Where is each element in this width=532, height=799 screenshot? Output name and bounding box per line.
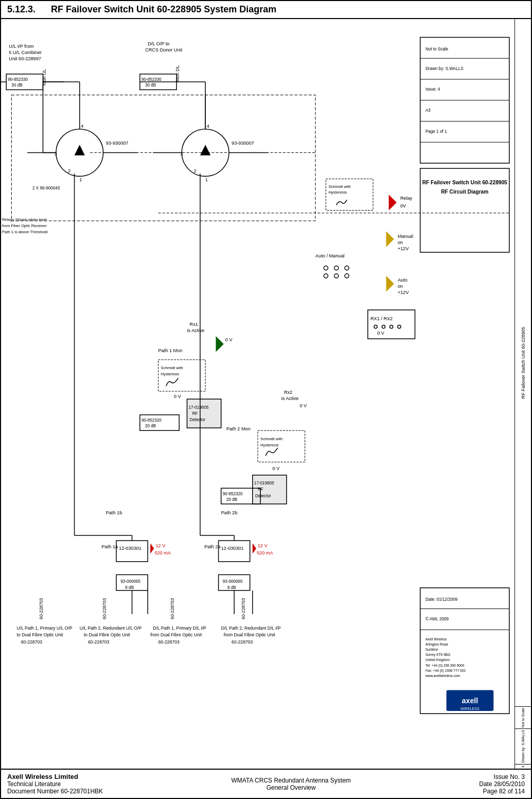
svg-text:Path 1b: Path 1b — [106, 510, 122, 515]
svg-text:0 V: 0 V — [225, 337, 233, 342]
svg-text:Auto: Auto — [398, 277, 407, 283]
svg-text:8 dB: 8 dB — [227, 585, 236, 590]
svg-text:12-030301: 12-030301 — [119, 546, 141, 551]
svg-text:12 V: 12 V — [258, 543, 268, 548]
svg-text:A3: A3 — [425, 108, 431, 113]
sidebar-info: Not to Scale Drawn by: S.WALLS Issue: 4 … — [515, 707, 531, 769]
svg-text:Fax: +44 (0) 1598 777 002: Fax: +44 (0) 1598 777 002 — [425, 669, 466, 673]
sidebar-drawn-by: Drawn by: S.WALLS — [515, 729, 531, 765]
svg-text:1: 1 — [205, 177, 208, 182]
svg-text:D/L Path 1, Primary D/L I/P: D/L Path 1, Primary D/L I/P — [153, 626, 206, 631]
svg-text:Rx2: Rx2 — [284, 390, 292, 395]
sidebar-title-text: RF Failover Switch Unit 60-228905 — [521, 327, 526, 399]
right-sidebar: RF Failover Switch Unit 60-228905 Not to… — [515, 19, 531, 769]
circuit-diagram: U/L I/P from 5 U/L Combiner Unit 60-2289… — [1, 19, 515, 769]
svg-text:60-228703: 60-228703 — [102, 598, 107, 619]
svg-text:Path 1 Mon: Path 1 Mon — [158, 348, 183, 353]
svg-text:60-228703: 60-228703 — [170, 598, 175, 619]
svg-text:United Kingdom: United Kingdom — [425, 658, 450, 662]
svg-text:Hysteresis: Hysteresis — [260, 443, 279, 447]
page-header: 5.12.3. RF Failover Switch Unit 60-22890… — [1, 1, 531, 19]
svg-text:90-852320: 90-852320 — [141, 418, 162, 423]
svg-text:from Fiber Optic Receiver: from Fiber Optic Receiver — [2, 223, 47, 228]
svg-text:© AWL 2009: © AWL 2009 — [425, 617, 449, 621]
svg-text:2: 2 — [194, 168, 197, 173]
svg-text:Auto / Manual: Auto / Manual — [315, 253, 345, 258]
svg-text:Mon UL: Mon UL — [42, 69, 47, 85]
svg-text:Not to Scale: Not to Scale — [425, 47, 449, 51]
svg-text:Relay: Relay — [400, 196, 413, 201]
svg-text:WIRELESS: WIRELESS — [460, 707, 480, 711]
svg-text:U/L Path 1, Primary U/L O/P: U/L Path 1, Primary U/L O/P — [17, 626, 73, 631]
svg-text:from Dual Fibre Optic Unit: from Dual Fibre Optic Unit — [150, 633, 202, 638]
svg-text:0V: 0V — [400, 203, 406, 209]
svg-text:from Dual Fibre Optic Unit: from Dual Fibre Optic Unit — [224, 633, 275, 638]
svg-text:17-019805: 17-019805 — [189, 405, 209, 410]
svg-text:2 X 96-900045: 2 X 96-900045 — [32, 186, 60, 190]
svg-text:17-019805: 17-019805 — [254, 481, 274, 485]
svg-text:Path 2 Mon: Path 2 Mon — [226, 426, 251, 431]
svg-text:www.axellwireless.com: www.axellwireless.com — [425, 674, 460, 678]
svg-text:Detector: Detector — [190, 418, 206, 422]
svg-text:Hysteresis: Hysteresis — [161, 372, 180, 376]
svg-text:CRCS Donor Unit: CRCS Donor Unit — [145, 47, 183, 53]
svg-text:Axell Wireless: Axell Wireless — [425, 637, 447, 641]
svg-text:Manual: Manual — [398, 234, 413, 239]
svg-text:Surbiton: Surbiton — [425, 648, 438, 651]
svg-text:Unit 60-228997: Unit 60-228997 — [9, 56, 41, 61]
svg-text:Drawn by: S.WALLS: Drawn by: S.WALLS — [425, 66, 464, 71]
svg-text:Issue: 4: Issue: 4 — [425, 87, 440, 92]
footer-center: WMATA CRCS Redundant Antenna System Gene… — [232, 777, 351, 791]
svg-text:5 U/L Combiner: 5 U/L Combiner — [9, 50, 42, 55]
svg-text:Surrey KT6 6BG: Surrey KT6 6BG — [425, 653, 451, 657]
svg-text:20 dB: 20 dB — [226, 497, 237, 502]
svg-text:0 V: 0 V — [299, 403, 307, 408]
svg-text:60-228703: 60-228703 — [88, 639, 110, 645]
sidebar-title-area: RF Failover Switch Unit 60-228905 — [515, 19, 531, 707]
svg-text:30 dB: 30 dB — [145, 83, 156, 88]
footer-right: Issue No. 3 Date 28/05/2010 Page 82 of 1… — [479, 773, 525, 795]
svg-text:Schmidt with: Schmidt with — [161, 366, 183, 370]
section-number: 5.12.3. — [7, 4, 36, 14]
svg-text:1: 1 — [79, 177, 82, 182]
svg-text:is Active: is Active — [281, 396, 299, 401]
svg-text:D/L Path 2, Redundant D/L I/P: D/L Path 2, Redundant D/L I/P — [221, 626, 281, 631]
svg-text:Schmidt with: Schmidt with — [260, 437, 282, 441]
svg-text:Schmidt with: Schmidt with — [328, 184, 350, 189]
svg-text:RF: RF — [192, 411, 198, 416]
svg-text:+12V: +12V — [398, 246, 410, 251]
svg-text:is Active: is Active — [187, 328, 205, 333]
svg-text:12-030301: 12-030301 — [221, 546, 244, 551]
svg-text:Arlington Road: Arlington Road — [425, 642, 448, 647]
svg-text:Path 1 is above Threshold: Path 1 is above Threshold — [2, 230, 47, 234]
issue-number: Issue No. 3 — [479, 773, 525, 780]
section-title: RF Failover Switch Unit 60-228905 System… — [51, 4, 276, 14]
svg-text:90-852330: 90-852330 — [141, 77, 162, 82]
svg-text:Relays Shown when level: Relays Shown when level — [2, 217, 47, 222]
project-name: WMATA CRCS Redundant Antenna System — [232, 777, 351, 784]
svg-text:520 mA: 520 mA — [257, 550, 273, 555]
svg-text:Date: 01/12/2009: Date: 01/12/2009 — [425, 597, 458, 602]
svg-text:to Dual Fibre Optic Unit: to Dual Fibre Optic Unit — [84, 633, 130, 638]
svg-text:60-228703: 60-228703 — [21, 639, 43, 645]
svg-text:Hysteresis: Hysteresis — [328, 190, 347, 195]
page-number: Page 82 of 114 — [479, 788, 525, 795]
page-footer: Axell Wireless Limited Technical Literat… — [1, 769, 531, 798]
svg-text:93-000065: 93-000065 — [223, 579, 243, 584]
svg-text:on: on — [398, 240, 403, 245]
svg-text:20 dB: 20 dB — [145, 424, 156, 428]
svg-text:4: 4 — [81, 124, 83, 129]
literature-type: Technical Literature — [7, 780, 103, 788]
svg-text:60-228703: 60-228703 — [232, 639, 253, 645]
issue-date: Date 28/05/2010 — [479, 780, 525, 788]
company-name: Axell Wireless Limited — [7, 773, 103, 780]
svg-text:+12V: +12V — [398, 290, 410, 296]
svg-text:93-000065: 93-000065 — [120, 579, 140, 584]
svg-text:4: 4 — [207, 124, 209, 129]
svg-text:RX1 / RX2: RX1 / RX2 — [370, 316, 393, 321]
svg-text:93-930007: 93-930007 — [106, 141, 129, 146]
svg-text:60-228703: 60-228703 — [158, 639, 180, 645]
svg-text:3: 3 — [55, 151, 57, 157]
svg-text:90-852330: 90-852330 — [8, 77, 28, 82]
svg-text:on: on — [398, 284, 403, 289]
